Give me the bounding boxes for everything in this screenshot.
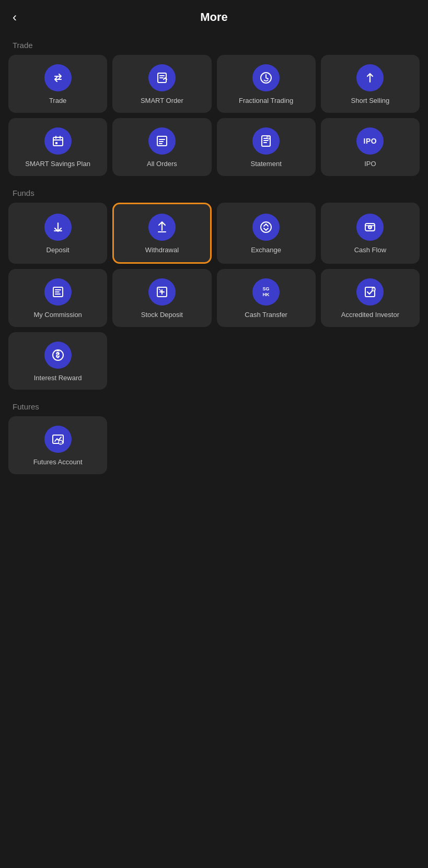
back-button[interactable]: ‹ bbox=[13, 10, 17, 25]
grid-item-short-selling[interactable]: Short Selling bbox=[321, 55, 420, 113]
stock-deposit-label: Stock Deposit bbox=[141, 311, 183, 320]
grid-item-cash-flow[interactable]: $ Cash Flow bbox=[321, 203, 420, 264]
all-orders-label: All Orders bbox=[147, 160, 177, 169]
grid-item-futures-account[interactable]: Futures Account bbox=[8, 416, 107, 474]
stock-deposit-icon bbox=[148, 278, 176, 306]
grid-funds: Deposit Withdrawal Exchange $ Cash Flow … bbox=[0, 203, 428, 390]
smart-order-label: SMART Order bbox=[141, 97, 183, 105]
fractional-trading-label: Fractional Trading bbox=[239, 97, 293, 105]
svg-rect-2 bbox=[53, 137, 63, 146]
ipo-label: IPO bbox=[364, 160, 376, 169]
grid-item-smart-order[interactable]: SMART Order bbox=[112, 55, 211, 113]
section-label-trade: Trade bbox=[0, 32, 428, 55]
cash-transfer-label: Cash Transfer bbox=[245, 311, 287, 320]
svg-point-19 bbox=[59, 440, 63, 444]
section-trade: Trade Trade SMART Order Fractional Tradi… bbox=[0, 32, 428, 176]
exchange-label: Exchange bbox=[251, 246, 281, 255]
grid-item-withdrawal[interactable]: Withdrawal bbox=[112, 203, 211, 264]
withdrawal-icon bbox=[148, 214, 176, 241]
grid-item-statement[interactable]: Statement bbox=[217, 118, 316, 176]
short-selling-icon bbox=[356, 64, 384, 91]
grid-item-cash-transfer[interactable]: SGHKCash Transfer bbox=[217, 269, 316, 327]
svg-text:$: $ bbox=[369, 225, 372, 230]
fractional-trading-icon bbox=[252, 64, 280, 91]
grid-item-all-orders[interactable]: All Orders bbox=[112, 118, 211, 176]
grid-item-deposit[interactable]: Deposit bbox=[8, 203, 107, 264]
grid-item-interest-reward[interactable]: Interest Reward bbox=[8, 332, 107, 390]
futures-account-icon bbox=[44, 426, 72, 453]
svg-rect-8 bbox=[158, 231, 166, 232]
svg-rect-7 bbox=[54, 230, 62, 231]
smart-order-icon bbox=[148, 64, 176, 91]
ipo-icon: IPO bbox=[356, 127, 384, 155]
smart-savings-plan-icon bbox=[44, 127, 72, 155]
section-futures: Futures Futures Account bbox=[0, 394, 428, 474]
statement-label: Statement bbox=[250, 160, 281, 169]
grid-item-my-commission[interactable]: My Commission bbox=[8, 269, 107, 327]
my-commission-label: My Commission bbox=[33, 311, 82, 320]
cash-transfer-icon: SGHK bbox=[252, 278, 280, 306]
svg-rect-3 bbox=[55, 142, 57, 144]
section-label-futures: Futures bbox=[0, 394, 428, 416]
exchange-icon bbox=[252, 214, 280, 241]
grid-item-exchange[interactable]: Exchange bbox=[217, 203, 316, 264]
section-label-funds: Funds bbox=[0, 180, 428, 203]
grid-item-stock-deposit[interactable]: Stock Deposit bbox=[112, 269, 211, 327]
grid-trade: Trade SMART Order Fractional Trading Sho… bbox=[0, 55, 428, 176]
cash-flow-label: Cash Flow bbox=[354, 246, 386, 255]
accredited-investor-label: Accredited Investor bbox=[341, 311, 399, 320]
all-orders-icon bbox=[148, 127, 176, 155]
header: ‹ More bbox=[0, 0, 428, 32]
page-title: More bbox=[13, 10, 415, 24]
withdrawal-label: Withdrawal bbox=[145, 246, 179, 255]
short-selling-label: Short Selling bbox=[351, 97, 390, 105]
statement-icon bbox=[252, 127, 280, 155]
grid-item-accredited-investor[interactable]: Accredited Investor bbox=[321, 269, 420, 327]
grid-item-smart-savings-plan[interactable]: SMART Savings Plan bbox=[8, 118, 107, 176]
accredited-investor-icon bbox=[356, 278, 384, 306]
grid-item-trade[interactable]: Trade bbox=[8, 55, 107, 113]
section-funds: Funds Deposit Withdrawal Exchange $ Cash… bbox=[0, 180, 428, 390]
trade-label: Trade bbox=[49, 97, 66, 105]
interest-reward-label: Interest Reward bbox=[34, 374, 82, 383]
my-commission-icon bbox=[44, 278, 72, 306]
grid-item-fractional-trading[interactable]: Fractional Trading bbox=[217, 55, 316, 113]
interest-reward-icon bbox=[44, 342, 72, 369]
smart-savings-plan-label: SMART Savings Plan bbox=[25, 160, 90, 169]
futures-account-label: Futures Account bbox=[33, 458, 83, 467]
deposit-label: Deposit bbox=[47, 246, 70, 255]
grid-item-ipo[interactable]: IPOIPO bbox=[321, 118, 420, 176]
trade-icon bbox=[44, 64, 72, 91]
grid-futures: Futures Account bbox=[0, 416, 428, 474]
deposit-icon bbox=[44, 214, 72, 241]
cash-flow-icon: $ bbox=[356, 214, 384, 241]
